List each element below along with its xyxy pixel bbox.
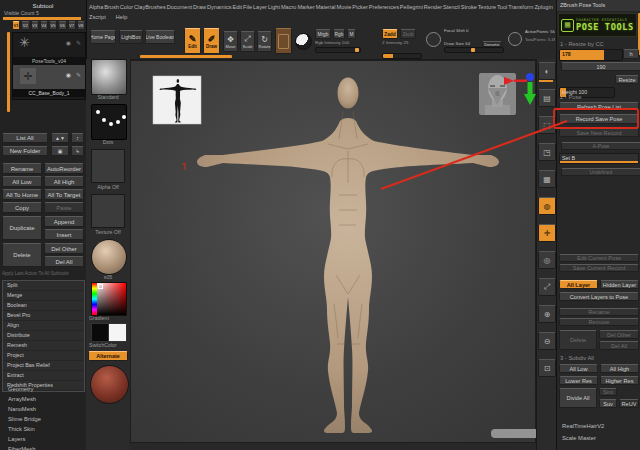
subtool-view-tab[interactable]: V3 xyxy=(31,21,39,30)
menu-item[interactable]: Macro xyxy=(281,4,297,10)
menu-item[interactable]: Edit xyxy=(233,4,243,10)
folder-icon-button[interactable]: ▣ xyxy=(51,146,69,156)
insert-button[interactable]: Insert xyxy=(44,229,84,240)
menu-item[interactable]: Preferences xyxy=(369,4,399,10)
dynamic-toggle[interactable]: Dynamic xyxy=(482,41,502,47)
record-save-pose-button[interactable]: Record Save Pose xyxy=(559,114,639,124)
menu-item[interactable]: Zplugin xyxy=(534,4,552,10)
reuv-button[interactable]: ReUV xyxy=(619,399,639,408)
rgb-toggle[interactable]: Rgb xyxy=(333,29,345,39)
zoom-in-icon[interactable]: ⊕ xyxy=(538,305,556,323)
canvas-scrollbar[interactable] xyxy=(491,429,537,438)
pose-del-all-button[interactable]: Del All xyxy=(599,341,639,350)
resize-button[interactable]: Resize xyxy=(615,75,639,84)
duplicate-button[interactable]: Duplicate xyxy=(2,216,42,240)
alternate-button[interactable]: Alternate xyxy=(88,351,128,361)
rgb-intensity-slider[interactable] xyxy=(315,47,361,53)
menu-item[interactable]: Draw xyxy=(193,4,206,10)
refresh-pose-list-button[interactable]: Refresh Pose List xyxy=(559,102,639,111)
ghost-transparency-icon[interactable]: ◍ xyxy=(538,197,556,215)
edit-current-pose-button[interactable]: Edit Current Pose xyxy=(559,254,639,262)
eye-icon[interactable]: ◉ xyxy=(66,71,71,78)
save-current-record-button[interactable]: Save Current Record xyxy=(559,264,639,272)
draw-mode-button[interactable]: ✐Draw xyxy=(203,28,220,54)
menu-item[interactable]: Document xyxy=(167,4,193,10)
pose-delete-button[interactable]: Delete xyxy=(559,330,597,350)
edit-mode-button[interactable]: ✎Edit xyxy=(184,28,201,54)
zsub-toggle[interactable]: Zsub xyxy=(400,29,416,39)
sculptris-pro-button[interactable] xyxy=(275,28,292,54)
subtool-menu-item[interactable]: Split xyxy=(3,281,84,291)
subtool-menu-item[interactable]: Bevel Pro xyxy=(3,311,84,321)
alpha-thumbnail[interactable] xyxy=(91,149,125,183)
subtool-move-button[interactable]: ↕ xyxy=(71,133,84,143)
subtool-view-tab[interactable]: V4 xyxy=(40,21,48,30)
convert-layers-button[interactable]: Convert Layers to Pose xyxy=(559,292,639,301)
hidden-layer-button[interactable]: Hidden Layer xyxy=(600,280,639,289)
del-other-button[interactable]: Del Other xyxy=(44,243,84,254)
copy-button[interactable]: Copy xyxy=(2,202,42,213)
lower-res-button[interactable]: Lower Res xyxy=(559,376,598,385)
subdiv-all-low-button[interactable]: All Low xyxy=(559,364,598,373)
focal-shift-slider[interactable] xyxy=(444,47,504,53)
pose-rename-button[interactable]: Rename xyxy=(559,308,639,316)
current-brush-thumbnail[interactable] xyxy=(91,59,127,95)
menu-item[interactable]: Movie xyxy=(337,4,352,10)
subtool-menu-item[interactable]: Merge xyxy=(3,291,84,301)
menu-item[interactable]: Zscript xyxy=(89,14,106,24)
paintbrush-icon[interactable]: ✎ xyxy=(76,39,81,46)
menu-item[interactable]: File xyxy=(243,4,252,10)
menu-item[interactable]: Brush xyxy=(104,4,119,10)
delete-button[interactable]: Delete xyxy=(2,243,42,267)
material-sphere-icon[interactable] xyxy=(295,33,312,50)
append-button[interactable]: Append xyxy=(44,216,84,227)
subtool-view-tab[interactable]: V7 xyxy=(68,21,76,30)
polyframe-icon[interactable]: ⬚ xyxy=(538,116,556,134)
save-new-record-button[interactable]: Save New Record xyxy=(559,128,639,137)
menu-item[interactable]: Stencil xyxy=(443,4,460,10)
xpose-icon[interactable]: ⤢ xyxy=(538,278,556,296)
subtool-view-tab[interactable]: V2 xyxy=(21,21,29,30)
subtool-menu-item[interactable]: Boolean xyxy=(3,301,84,311)
visible-count-slider[interactable] xyxy=(3,17,81,20)
home-page-button[interactable]: Home Page xyxy=(90,30,116,44)
subtool-view-tab[interactable]: V1 xyxy=(12,21,20,30)
subtool-menu-item[interactable]: Align xyxy=(3,321,84,331)
menu-item[interactable]: Layer xyxy=(253,4,267,10)
menu-item[interactable]: Marker xyxy=(297,4,314,10)
viewport-canvas[interactable] xyxy=(130,60,536,443)
subtool-menu-item[interactable]: Remesh xyxy=(3,341,84,351)
pose-del-other-button[interactable]: Del Other xyxy=(599,330,639,339)
subdiv-all-high-button[interactable]: All High xyxy=(600,364,639,373)
menu-item[interactable]: Alpha xyxy=(89,4,103,10)
lightbox-button[interactable]: LightBox xyxy=(119,30,143,44)
rename-button[interactable]: Rename xyxy=(2,163,42,174)
material-thumbnail[interactable] xyxy=(91,239,127,275)
bpr-icon[interactable]: ◐ xyxy=(538,62,556,80)
smt-toggle[interactable]: Smt xyxy=(599,388,617,396)
subtool-view-tab[interactable]: V8 xyxy=(77,21,85,30)
menu-item[interactable]: Help xyxy=(116,14,128,24)
scale-mode-button[interactable]: ⤢Scale xyxy=(240,31,255,52)
subtool-view-tab[interactable]: V6 xyxy=(58,21,66,30)
all-low-button[interactable]: All Low xyxy=(2,176,42,187)
solo-icon[interactable]: ◎ xyxy=(538,251,556,269)
del-all-button[interactable]: Del All xyxy=(44,256,84,267)
color-picker[interactable] xyxy=(91,282,127,316)
all-to-home-button[interactable]: All To Home xyxy=(2,189,42,200)
folder-down-button[interactable]: ↳ xyxy=(71,146,84,156)
tool-subpalette-item[interactable]: Geometry xyxy=(2,384,84,394)
pose-slot-button[interactable]: Undefined xyxy=(561,168,640,176)
menu-item[interactable]: Tool xyxy=(497,4,507,10)
a-pose-button[interactable]: A-Pose xyxy=(561,142,640,150)
tool-subpalette-item[interactable]: Layers xyxy=(2,434,84,444)
zplugin-item[interactable]: Scale Master xyxy=(559,432,639,444)
paintbrush-icon[interactable]: ✎ xyxy=(76,71,81,78)
move-mode-button[interactable]: ✥Move xyxy=(223,31,238,52)
height-unit-button[interactable]: h xyxy=(623,49,639,59)
tool-subpalette-item[interactable]: NanoMesh xyxy=(2,404,84,414)
mrgb-toggle[interactable]: Mrgb xyxy=(315,29,331,39)
menu-item[interactable]: Picker xyxy=(352,4,368,10)
subtool-menu-item[interactable]: Distribute xyxy=(3,331,84,341)
current-tool-thumbnail[interactable] xyxy=(90,365,129,404)
